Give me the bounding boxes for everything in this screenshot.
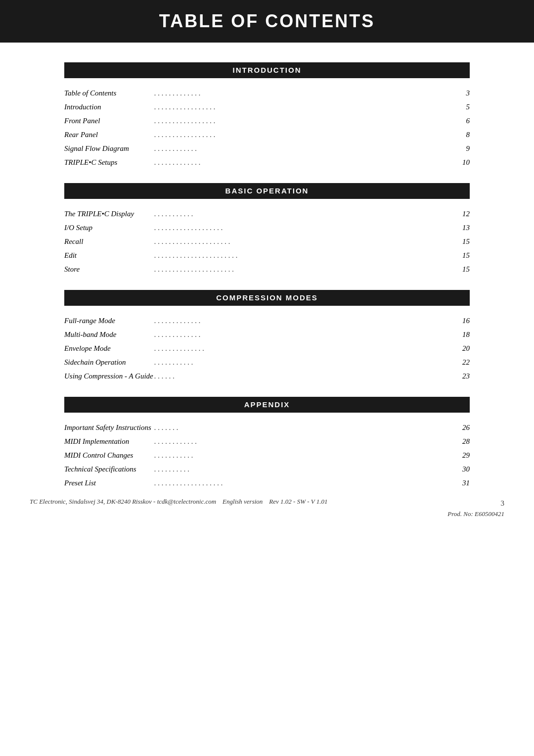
toc-entry-page: 28: [462, 435, 470, 447]
toc-entry-dots: . . . . . . . . . . . . . . . . . . . . …: [154, 249, 461, 261]
toc-entry-dots: . . . . . . . . . . . . .: [154, 329, 461, 340]
toc-entry-dots: . . . . . . . . . . . . . . . . . . . . …: [154, 263, 461, 275]
toc-entry-title: Sidechain Operation: [64, 356, 153, 368]
toc-entry-title: Recall: [64, 236, 153, 247]
toc-entry-dots: . . . . . . . . . . . . . .: [154, 342, 461, 354]
toc-entry-page: 16: [462, 315, 470, 327]
page-title: TABLE OF CONTENTS: [20, 11, 514, 32]
section-header-compression-modes: COMPRESSION MODES: [64, 290, 470, 306]
toc-entry-title: MIDI Implementation: [64, 435, 153, 447]
toc-entry-title: Front Panel: [64, 115, 153, 127]
toc-entry-page: 3: [466, 87, 470, 99]
section-header-label-appendix: APPENDIX: [244, 400, 290, 409]
toc-entry-dots: . . . . . . . . . . .: [154, 449, 461, 461]
footer-left: TC Electronic, Sindalsvej 34, DK-8240 Ri…: [30, 498, 447, 506]
toc-entry-title: Multi-band Mode: [64, 329, 153, 340]
toc-entry-title: Rear Panel: [64, 129, 153, 141]
toc-entry-title: Envelope Mode: [64, 342, 153, 354]
rev-info: Rev 1.02 - SW - V 1.01: [269, 498, 327, 505]
toc-entry-page: 12: [462, 208, 470, 220]
toc-entry-dots: . . . . . . . . . . . . . . . . . . .: [154, 222, 461, 234]
page: TABLE OF CONTENTS INTRODUCTIONTable of C…: [0, 0, 534, 756]
toc-entry-dots: . . . . . . . . . . . .: [154, 142, 465, 154]
toc-entry-dots: . . . . . . . . . . . . . . . . .: [154, 129, 465, 141]
toc-entry-dots: . . . . . . . . . . . . . . . . .: [154, 115, 465, 127]
toc-entry-page: 30: [462, 463, 470, 475]
toc-entry-dots: . . . . . . . . . . . . . . . . .: [154, 101, 465, 113]
toc-entry-dots: . . . . . . . . . . . . . . . . . . .: [154, 477, 461, 489]
english-version: English version: [222, 498, 263, 505]
section-basic-operation: BASIC OPERATIONThe TRIPLE•C Display . . …: [64, 183, 470, 275]
toc-entry-page: 22: [462, 356, 470, 368]
toc-entry-dots: . . . . . .: [154, 370, 461, 382]
toc-entry-page: 6: [466, 115, 470, 127]
toc-entry-title: TRIPLE•C Setups: [64, 156, 153, 168]
toc-entry-page: 15: [462, 249, 470, 261]
toc-entry-title: MIDI Control Changes: [64, 449, 153, 461]
toc-entry-title: Signal Flow Diagram: [64, 142, 153, 154]
toc-entry-page: 9: [466, 142, 470, 154]
section-introduction: INTRODUCTIONTable of Contents . . . . . …: [64, 62, 470, 168]
toc-entry-dots: . . . . . . . . . . . . .: [154, 156, 461, 168]
toc-entry-title: I/O Setup: [64, 222, 153, 234]
section-header-introduction: INTRODUCTION: [64, 62, 470, 78]
section-header-label-compression-modes: COMPRESSION MODES: [216, 293, 318, 302]
toc-entry: Envelope Mode . . . . . . . . . . . . . …: [64, 342, 470, 354]
toc-entry-dots: . . . . . . . . . . .: [154, 208, 461, 220]
toc-entry-page: 10: [462, 156, 470, 168]
toc-entry: Store . . . . . . . . . . . . . . . . . …: [64, 263, 470, 275]
toc-entry: The TRIPLE•C Display . . . . . . . . . .…: [64, 208, 470, 220]
toc-entry-dots: . . . . . . . . . . .: [154, 356, 461, 368]
section-compression-modes: COMPRESSION MODESFull-range Mode . . . .…: [64, 290, 470, 382]
toc-entry-dots: . . . . . . . . . . . . .: [154, 315, 461, 327]
toc-entry: Important Safety Instructions . . . . . …: [64, 422, 470, 433]
toc-entry-page: 18: [462, 329, 470, 340]
toc-entry: Sidechain Operation . . . . . . . . . . …: [64, 356, 470, 368]
toc-entry: Using Compression - A Guide . . . . . .2…: [64, 370, 470, 382]
toc-entry: TRIPLE•C Setups . . . . . . . . . . . . …: [64, 156, 470, 168]
toc-entry-title: Store: [64, 263, 153, 275]
toc-entry-title: Technical Specifications: [64, 463, 153, 475]
toc-entry-title: Full-range Mode: [64, 315, 153, 327]
toc-entry: MIDI Implementation . . . . . . . . . . …: [64, 435, 470, 447]
toc-entry: Technical Specifications . . . . . . . .…: [64, 463, 470, 475]
toc-entry-dots: . . . . . . . . . .: [154, 463, 461, 475]
content-area: INTRODUCTIONTable of Contents . . . . . …: [0, 43, 534, 523]
toc-entry-title: Important Safety Instructions: [64, 422, 153, 433]
toc-entry: I/O Setup . . . . . . . . . . . . . . . …: [64, 222, 470, 234]
toc-entry-title: Preset List: [64, 477, 153, 489]
toc-entry-page: 20: [462, 342, 470, 354]
toc-entry: Preset List . . . . . . . . . . . . . . …: [64, 477, 470, 489]
toc-entry-page: 31: [462, 477, 470, 489]
toc-entry-dots: . . . . . . .: [154, 422, 461, 433]
section-header-appendix: APPENDIX: [64, 397, 470, 413]
toc-entry: Rear Panel . . . . . . . . . . . . . . .…: [64, 129, 470, 141]
toc-entry: Edit . . . . . . . . . . . . . . . . . .…: [64, 249, 470, 261]
prod-no: Prod. No: E60500421: [447, 510, 504, 518]
toc-entry-page: 15: [462, 263, 470, 275]
toc-entry-title: The TRIPLE•C Display: [64, 208, 153, 220]
toc-entry-title: Table of Contents: [64, 87, 153, 99]
page-number: 3: [501, 499, 505, 507]
section-header-label-introduction: INTRODUCTION: [233, 66, 302, 74]
section-appendix: APPENDIXImportant Safety Instructions . …: [64, 397, 470, 489]
toc-entry: Full-range Mode . . . . . . . . . . . . …: [64, 315, 470, 327]
footer: TC Electronic, Sindalsvej 34, DK-8240 Ri…: [0, 498, 534, 519]
section-header-label-basic-operation: BASIC OPERATION: [225, 187, 309, 195]
toc-entry: Recall . . . . . . . . . . . . . . . . .…: [64, 236, 470, 247]
toc-entry-title: Edit: [64, 249, 153, 261]
toc-entry: Table of Contents . . . . . . . . . . . …: [64, 87, 470, 99]
toc-entry-title: Using Compression - A Guide: [64, 370, 153, 382]
toc-entry-page: 23: [462, 370, 470, 382]
company-info: TC Electronic, Sindalsvej 34, DK-8240 Ri…: [30, 498, 216, 505]
toc-entry-dots: . . . . . . . . . . . . .: [154, 87, 465, 99]
toc-entry: Multi-band Mode . . . . . . . . . . . . …: [64, 329, 470, 340]
toc-entry-page: 29: [462, 449, 470, 461]
toc-entry-page: 8: [466, 129, 470, 141]
toc-entry-page: 15: [462, 236, 470, 247]
toc-entry-dots: . . . . . . . . . . . . . . . . . . . . …: [154, 236, 461, 247]
title-bar: TABLE OF CONTENTS: [0, 0, 534, 43]
toc-entry-title: Introduction: [64, 101, 153, 113]
toc-entry-dots: . . . . . . . . . . . .: [154, 435, 461, 447]
toc-entry: Front Panel . . . . . . . . . . . . . . …: [64, 115, 470, 127]
